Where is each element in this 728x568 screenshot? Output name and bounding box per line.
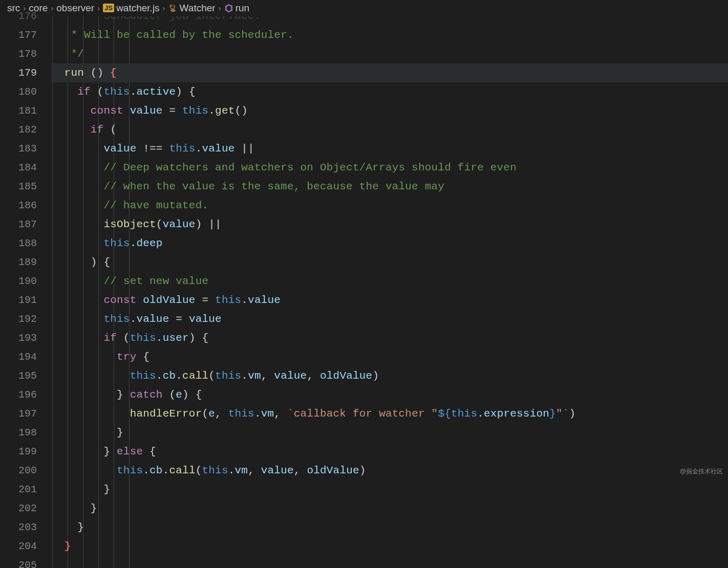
code-line[interactable]: handleError(e, this.vm, `callback for wa… xyxy=(51,404,728,423)
line-number: 196 xyxy=(0,385,37,404)
line-number: 181 xyxy=(0,101,37,120)
code-editor[interactable]: 1761771781791801811821831841851861871881… xyxy=(0,16,728,568)
line-number: 189 xyxy=(0,253,37,272)
chevron-right-icon: › xyxy=(97,4,100,12)
breadcrumb-item-observer[interactable]: observer xyxy=(56,3,94,14)
line-number: 186 xyxy=(0,196,37,215)
code-line[interactable] xyxy=(51,556,728,568)
chevron-right-icon: › xyxy=(51,4,53,12)
breadcrumb: src › core › observer › JS watcher.js › … xyxy=(0,0,728,16)
code-line[interactable]: try { xyxy=(51,347,728,366)
code-line[interactable]: value !== this.value || xyxy=(51,139,728,158)
code-line[interactable]: run () { xyxy=(51,63,728,82)
code-line[interactable]: if ( xyxy=(51,120,728,139)
line-number: 190 xyxy=(0,272,37,291)
line-number: 197 xyxy=(0,404,37,423)
code-line[interactable]: } else { xyxy=(51,442,728,461)
breadcrumb-item-file[interactable]: watcher.js xyxy=(116,3,159,14)
class-icon xyxy=(168,4,178,13)
line-number: 178 xyxy=(0,45,37,63)
code-line[interactable]: this.value = value xyxy=(51,310,728,329)
chevron-right-icon: › xyxy=(163,4,165,12)
line-number: 188 xyxy=(0,234,37,253)
line-number: 185 xyxy=(0,177,37,196)
breadcrumb-item-method[interactable]: run xyxy=(235,3,249,14)
line-number: 202 xyxy=(0,499,37,518)
line-number: 204 xyxy=(0,537,37,556)
code-line[interactable]: if (this.user) { xyxy=(51,329,728,347)
code-line[interactable]: } catch (e) { xyxy=(51,385,728,404)
code-line[interactable]: const oldValue = this.value xyxy=(51,291,728,310)
line-number: 201 xyxy=(0,480,37,499)
code-line[interactable]: this.cb.call(this.vm, value, oldValue) xyxy=(51,461,728,480)
code-line[interactable]: // have mutated. xyxy=(51,196,728,215)
line-number: 198 xyxy=(0,423,37,442)
code-line[interactable]: // when the value is the same, because t… xyxy=(51,177,728,196)
breadcrumb-item-class[interactable]: Watcher xyxy=(180,3,216,14)
line-number: 191 xyxy=(0,291,37,310)
code-area[interactable]: * Scheduler job interface. * Will be cal… xyxy=(51,16,728,568)
code-line[interactable]: ) { xyxy=(51,253,728,272)
line-number: 187 xyxy=(0,215,37,234)
line-number: 195 xyxy=(0,366,37,385)
line-number: 182 xyxy=(0,120,37,139)
line-number: 194 xyxy=(0,347,37,366)
watermark-text: @掘金技术社区 xyxy=(680,467,723,476)
line-number: 199 xyxy=(0,442,37,461)
line-number: 192 xyxy=(0,310,37,329)
code-line[interactable]: // Deep watchers and watchers on Object/… xyxy=(51,158,728,177)
method-icon xyxy=(224,4,233,13)
code-line[interactable]: } xyxy=(51,499,728,518)
code-line[interactable]: * Will be called by the scheduler. xyxy=(51,26,728,45)
line-number: 200 xyxy=(0,461,37,480)
line-number: 193 xyxy=(0,329,37,347)
line-number: 176 xyxy=(0,16,37,26)
line-number: 183 xyxy=(0,139,37,158)
code-line[interactable]: isObject(value) || xyxy=(51,215,728,234)
js-file-icon: JS xyxy=(103,4,114,12)
line-number: 179 xyxy=(0,63,37,82)
code-line[interactable]: if (this.active) { xyxy=(51,82,728,101)
line-number-gutter: 1761771781791801811821831841851861871881… xyxy=(0,16,51,568)
code-line[interactable]: } xyxy=(51,480,728,499)
chevron-right-icon: › xyxy=(219,4,221,12)
code-line[interactable]: } xyxy=(51,423,728,442)
code-line[interactable]: } xyxy=(51,537,728,556)
line-number: 203 xyxy=(0,518,37,537)
line-number: 184 xyxy=(0,158,37,177)
line-number: 205 xyxy=(0,556,37,568)
code-line[interactable]: // set new value xyxy=(51,272,728,291)
code-line[interactable]: * Scheduler job interface. xyxy=(51,16,728,26)
line-number: 177 xyxy=(0,26,37,45)
code-line[interactable]: } xyxy=(51,518,728,537)
code-line[interactable]: this.cb.call(this.vm, value, oldValue) xyxy=(51,366,728,385)
code-line[interactable]: */ xyxy=(51,45,728,63)
line-number: 180 xyxy=(0,82,37,101)
code-line[interactable]: const value = this.get() xyxy=(51,101,728,120)
code-line[interactable]: this.deep xyxy=(51,234,728,253)
